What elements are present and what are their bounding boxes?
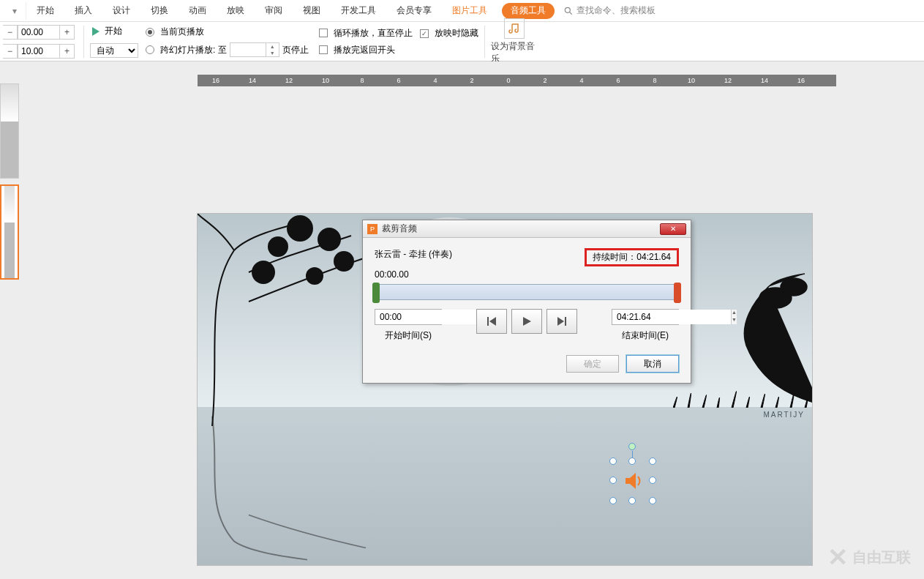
tab-start[interactable]: 开始 bbox=[26, 0, 64, 22]
thumb-1[interactable] bbox=[0, 83, 19, 179]
trim-audio-dialog: P 裁剪音频 ✕ 张云雷 - 牵挂 (伴奏) 持续时间：04:21.64 00:… bbox=[362, 220, 691, 384]
svg-marker-11 bbox=[626, 473, 636, 489]
thumb-2[interactable] bbox=[0, 184, 19, 280]
svg-line-1 bbox=[570, 12, 572, 14]
chk-loop[interactable]: 循环播放，直至停止 bbox=[319, 27, 413, 40]
cancel-button[interactable]: 取消 bbox=[626, 355, 679, 373]
search-placeholder: 查找命令、搜索模板 bbox=[576, 4, 656, 17]
tree-left bbox=[198, 214, 380, 426]
svg-marker-15 bbox=[557, 317, 564, 326]
audio-timeline[interactable] bbox=[375, 284, 679, 300]
close-button[interactable]: ✕ bbox=[660, 223, 686, 235]
end-time-input[interactable]: ▲▼ bbox=[612, 309, 679, 325]
svg-rect-12 bbox=[487, 317, 489, 326]
play-button[interactable] bbox=[511, 309, 542, 334]
tree-reflection bbox=[198, 416, 380, 566]
svg-rect-16 bbox=[565, 317, 566, 326]
duration-label: 持续时间：04:21.64 bbox=[585, 248, 679, 266]
play-icon bbox=[90, 26, 102, 37]
trim-start-handle[interactable] bbox=[372, 283, 380, 303]
slide-thumbnails bbox=[0, 61, 22, 579]
chk-return[interactable]: 播放完返回开头 bbox=[319, 44, 413, 56]
svg-point-7 bbox=[252, 261, 275, 284]
app-logo-icon: P bbox=[367, 224, 378, 234]
ribbon: −+ −+ 开始 自动 当前页播放 跨幻灯片播放: 至 ▲▼ 页停止 循环播放，… bbox=[0, 22, 924, 61]
svg-point-4 bbox=[318, 228, 341, 251]
end-time-label: 结束时间(E) bbox=[622, 329, 669, 342]
resize-handle[interactable] bbox=[609, 497, 617, 504]
svg-point-5 bbox=[268, 236, 288, 257]
resize-handle[interactable] bbox=[628, 497, 636, 504]
tab-design[interactable]: 设计 bbox=[102, 0, 140, 22]
resize-handle[interactable] bbox=[628, 457, 636, 465]
app-menu-dropdown[interactable]: ▾ bbox=[3, 2, 26, 20]
horizontal-ruler: 1614121086420246810121416 bbox=[198, 75, 836, 86]
resize-handle[interactable] bbox=[609, 477, 617, 484]
tree-right bbox=[673, 272, 812, 419]
tab-slideshow[interactable]: 放映 bbox=[217, 0, 255, 22]
tab-picture-tools[interactable]: 图片工具 bbox=[442, 0, 497, 22]
start-time-input[interactable]: ▲▼ bbox=[375, 309, 442, 325]
watermark-icon: ✕ bbox=[827, 542, 848, 572]
svg-marker-14 bbox=[523, 317, 531, 326]
svg-marker-2 bbox=[92, 27, 99, 36]
current-position: 00:00.00 bbox=[375, 269, 679, 280]
tab-transition[interactable]: 切换 bbox=[140, 0, 179, 22]
tab-insert[interactable]: 插入 bbox=[64, 0, 102, 22]
fade-out-spinner[interactable]: −+ bbox=[3, 44, 75, 59]
tab-animation[interactable]: 动画 bbox=[179, 0, 217, 22]
set-bg-music-button[interactable]: 设为背景音乐 bbox=[491, 18, 538, 65]
opt-current-page[interactable]: 当前页播放 bbox=[146, 26, 309, 38]
next-frame-button[interactable] bbox=[546, 309, 577, 334]
play-start-button[interactable]: 开始 bbox=[90, 25, 138, 37]
resize-handle[interactable] bbox=[649, 497, 656, 504]
dialog-titlebar[interactable]: P 裁剪音频 ✕ bbox=[363, 220, 691, 238]
fade-in-spinner[interactable]: −+ bbox=[3, 25, 75, 40]
svg-marker-13 bbox=[489, 317, 496, 326]
search-icon bbox=[563, 6, 574, 16]
music-note-icon bbox=[504, 18, 525, 39]
tab-audio-tools[interactable]: 音频工具 bbox=[502, 3, 555, 19]
tab-dev[interactable]: 开发工具 bbox=[331, 0, 386, 22]
speaker-icon bbox=[621, 469, 645, 493]
chk-hide[interactable]: ✓放映时隐藏 bbox=[420, 27, 478, 40]
prev-frame-button[interactable] bbox=[476, 309, 507, 334]
track-name: 张云雷 - 牵挂 (伴奏) bbox=[375, 248, 452, 266]
trim-end-handle[interactable] bbox=[674, 283, 681, 303]
svg-point-8 bbox=[306, 267, 323, 285]
opt-cross-slide[interactable]: 跨幻灯片播放: 至 ▲▼ 页停止 bbox=[146, 42, 309, 57]
menu-bar: ▾ 开始 插入 设计 切换 动画 放映 审阅 视图 开发工具 会员专享 图片工具… bbox=[0, 0, 924, 22]
cross-slide-count[interactable]: ▲▼ bbox=[230, 42, 279, 57]
page-watermark: ✕ 自由互联 bbox=[827, 542, 911, 572]
global-search[interactable]: 查找命令、搜索模板 bbox=[563, 4, 656, 17]
dialog-title: 裁剪音频 bbox=[382, 223, 660, 235]
svg-point-6 bbox=[334, 251, 354, 272]
rotate-handle[interactable] bbox=[628, 443, 636, 450]
svg-point-0 bbox=[565, 7, 570, 12]
svg-point-3 bbox=[287, 215, 313, 242]
ok-button[interactable]: 确定 bbox=[566, 355, 619, 373]
audio-object[interactable] bbox=[611, 459, 655, 503]
start-time-label: 开始时间(S) bbox=[385, 329, 432, 342]
tab-view[interactable]: 视图 bbox=[293, 0, 331, 22]
tab-review[interactable]: 审阅 bbox=[255, 0, 293, 22]
svg-point-10 bbox=[781, 278, 807, 296]
resize-handle[interactable] bbox=[649, 477, 656, 484]
slide-watermark: MARTIJY bbox=[763, 411, 805, 419]
tab-vip[interactable]: 会员专享 bbox=[386, 0, 442, 22]
play-mode-select[interactable]: 自动 bbox=[90, 43, 138, 58]
resize-handle[interactable] bbox=[649, 457, 656, 465]
resize-handle[interactable] bbox=[609, 457, 617, 465]
